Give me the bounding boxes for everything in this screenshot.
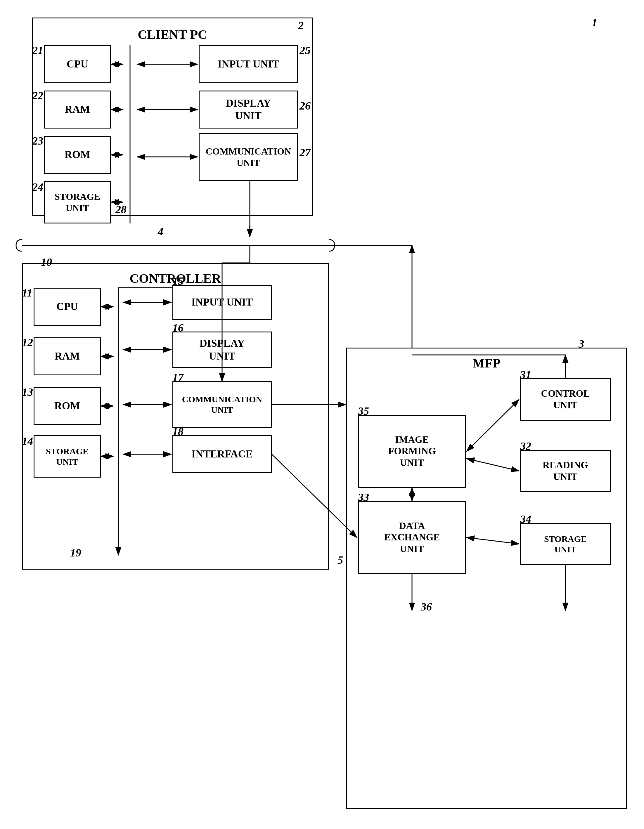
- client-storage-box: STORAGEUNIT: [44, 181, 111, 224]
- ref-23: 23: [32, 134, 43, 147]
- client-comm-box: COMMUNICATIONUNIT: [199, 133, 298, 181]
- ref-5: 5: [338, 553, 343, 566]
- diagram: 1 CLIENT PC 2 CPU 21 RAM 22 ROM 23 STORA…: [0, 0, 644, 829]
- ref-24: 24: [32, 181, 43, 193]
- ref-27: 27: [300, 146, 311, 159]
- ref-17: 17: [172, 371, 183, 384]
- ref-12: 12: [22, 336, 33, 349]
- mfp-control-box: CONTROLUNIT: [520, 378, 611, 421]
- ref-13: 13: [22, 386, 33, 399]
- ref-16: 16: [172, 322, 183, 334]
- client-ram-box: RAM: [44, 91, 111, 129]
- ref-25: 25: [300, 44, 311, 57]
- ref-33: 33: [358, 491, 369, 504]
- ref-26: 26: [300, 99, 311, 112]
- ref-34: 34: [520, 513, 531, 525]
- mfp-title: MFP: [347, 356, 626, 371]
- client-cpu-box: CPU: [44, 45, 111, 83]
- ref-14: 14: [22, 435, 33, 448]
- ref-3: 3: [579, 337, 584, 350]
- ref-36: 36: [421, 600, 432, 613]
- ctrl-display-box: DISPLAYUNIT: [172, 331, 272, 368]
- ref-32: 32: [520, 440, 531, 452]
- ref-31: 31: [520, 368, 531, 381]
- client-input-box: INPUT UNIT: [199, 45, 298, 83]
- ctrl-interface-box: INTERFACE: [172, 435, 272, 473]
- ref-4: 4: [158, 225, 163, 238]
- mfp-storage-box: STORAGEUNIT: [520, 523, 611, 565]
- mfp-image-forming-box: IMAGEFORMINGUNIT: [358, 415, 466, 488]
- ref-18: 18: [172, 425, 183, 438]
- mfp-data-exchange-box: DATAEXCHANGEUNIT: [358, 501, 466, 574]
- ref-15: 15: [172, 274, 183, 287]
- ref-11: 11: [22, 286, 32, 299]
- mfp-reading-box: READINGUNIT: [520, 450, 611, 492]
- ctrl-input-box: INPUT UNIT: [172, 285, 272, 320]
- ctrl-storage-box: STORAGEUNIT: [33, 435, 101, 478]
- ref-28: 28: [115, 203, 126, 216]
- ref-1: 1: [592, 16, 597, 29]
- ref-35: 35: [358, 405, 369, 418]
- ctrl-ram-box: RAM: [33, 337, 101, 375]
- ref-22: 22: [32, 89, 43, 102]
- client-pc-title: CLIENT PC: [33, 27, 312, 42]
- ctrl-comm-box: COMMUNICATIONUNIT: [172, 381, 272, 428]
- client-rom-box: ROM: [44, 136, 111, 174]
- client-display-box: DISPLAYUNIT: [199, 91, 298, 129]
- ctrl-rom-box: ROM: [33, 387, 101, 425]
- ref-10: 10: [41, 255, 52, 268]
- ref-19: 19: [70, 546, 81, 559]
- ref-21: 21: [32, 44, 43, 57]
- ref-2: 2: [298, 19, 304, 32]
- ctrl-cpu-box: CPU: [33, 288, 101, 326]
